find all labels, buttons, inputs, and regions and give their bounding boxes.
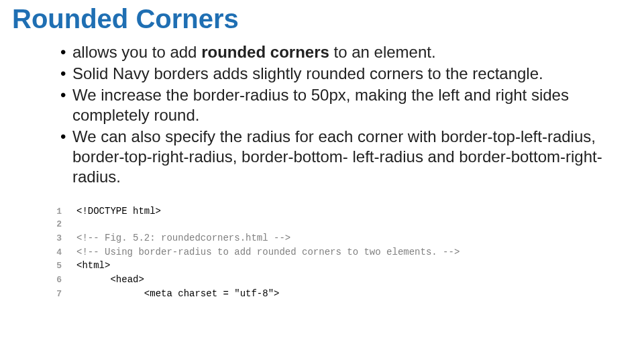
bullet-text-strong: rounded corners bbox=[201, 43, 333, 61]
line-number: 3 bbox=[47, 233, 76, 245]
code-text: <!-- Using border-radius to add rounded … bbox=[76, 245, 460, 259]
code-line: 7 <meta charset = "utf-8"> bbox=[47, 287, 644, 301]
bullet-text-pre: We can also specify the radius for each … bbox=[72, 127, 602, 186]
code-text: <meta charset = "utf-8"> bbox=[76, 287, 279, 300]
bullet-item: We can also specify the radius for each … bbox=[60, 127, 617, 187]
bullet-text-post: to an element. bbox=[334, 43, 436, 61]
code-line: 1 <!DOCTYPE html> bbox=[47, 204, 644, 219]
code-line: 4 <!-- Using border-radius to add rounde… bbox=[47, 245, 644, 259]
code-line: 5 <html> bbox=[47, 259, 644, 273]
bullet-list: allows you to add rounded corners to an … bbox=[34, 42, 617, 187]
slide-title: Rounded Corners bbox=[12, 4, 644, 34]
bullet-text-pre: We increase the border-radius to 50px, m… bbox=[72, 86, 569, 124]
line-number: 4 bbox=[47, 247, 76, 259]
bullet-item: We increase the border-radius to 50px, m… bbox=[60, 85, 617, 125]
code-text: <!-- Fig. 5.2: roundedcorners.html --> bbox=[76, 231, 290, 245]
code-line: 2 bbox=[47, 219, 644, 231]
bullet-item: Solid Navy borders adds slightly rounded… bbox=[60, 64, 617, 84]
line-number: 5 bbox=[47, 260, 76, 273]
code-text: <!DOCTYPE html> bbox=[76, 204, 161, 218]
line-number: 1 bbox=[47, 206, 76, 219]
code-text: <html> bbox=[76, 259, 110, 272]
line-number: 6 bbox=[47, 274, 76, 287]
bullet-item: allows you to add rounded corners to an … bbox=[60, 42, 617, 62]
code-line: 3 <!-- Fig. 5.2: roundedcorners.html --> bbox=[47, 231, 644, 245]
bullet-text-pre: allows you to add bbox=[72, 43, 201, 61]
code-line: 6 <head> bbox=[47, 273, 644, 287]
line-number: 7 bbox=[47, 288, 76, 301]
slide: Rounded Corners allows you to add rounde… bbox=[0, 4, 644, 362]
line-number: 2 bbox=[47, 219, 76, 231]
code-block: 1 <!DOCTYPE html> 2 3 <!-- Fig. 5.2: rou… bbox=[47, 204, 644, 301]
code-text: <head> bbox=[76, 273, 144, 286]
bullet-text-pre: Solid Navy borders adds slightly rounded… bbox=[72, 64, 543, 82]
